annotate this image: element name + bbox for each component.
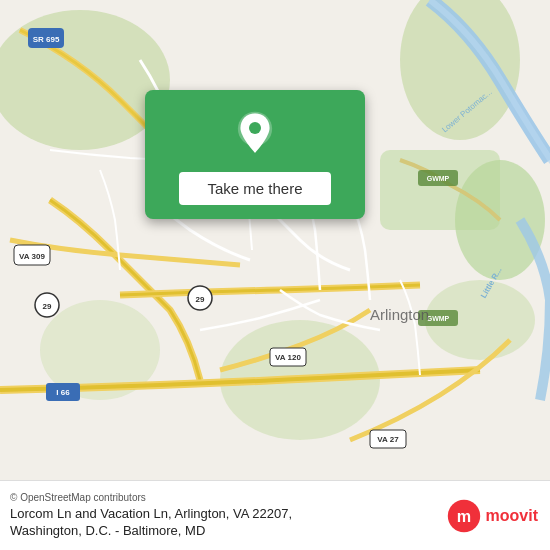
svg-text:m: m	[456, 507, 470, 525]
map-background: GWMP GWMP SR 695 VA 309 29 29 I 6	[0, 0, 550, 480]
bottom-bar: © OpenStreetMap contributors Lorcom Ln a…	[0, 480, 550, 550]
location-card: Take me there	[145, 90, 365, 219]
take-me-there-button[interactable]: Take me there	[179, 172, 330, 205]
svg-text:29: 29	[43, 302, 52, 311]
svg-text:Arlington: Arlington	[370, 306, 429, 323]
svg-point-31	[249, 122, 261, 134]
svg-text:GWMP: GWMP	[427, 175, 450, 182]
attribution-text: © OpenStreetMap contributors	[10, 492, 446, 503]
svg-text:VA 27: VA 27	[377, 435, 399, 444]
svg-text:I 66: I 66	[56, 388, 70, 397]
address-line2: Washington, D.C. - Baltimore, MD	[10, 523, 446, 540]
map-container: GWMP GWMP SR 695 VA 309 29 29 I 6	[0, 0, 550, 480]
moovit-brand-name: moovit	[486, 507, 538, 525]
location-pin-icon	[231, 110, 279, 158]
moovit-logo-icon: m	[446, 498, 482, 534]
svg-text:VA 309: VA 309	[19, 252, 45, 261]
svg-text:VA 120: VA 120	[275, 353, 301, 362]
svg-rect-5	[380, 150, 500, 230]
address-line1: Lorcom Ln and Vacation Ln, Arlington, VA…	[10, 506, 446, 523]
svg-text:GWMP: GWMP	[427, 315, 450, 322]
moovit-logo: m moovit	[446, 498, 538, 534]
address-section: © OpenStreetMap contributors Lorcom Ln a…	[10, 492, 446, 540]
svg-text:29: 29	[196, 295, 205, 304]
svg-text:SR 695: SR 695	[33, 35, 60, 44]
